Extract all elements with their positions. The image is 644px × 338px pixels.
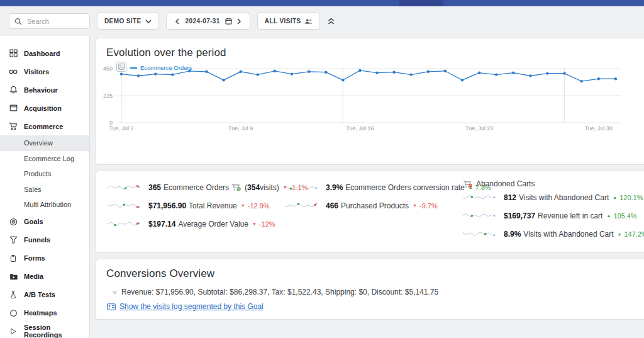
sidebar-item-behaviour[interactable]: Behaviour [0, 81, 89, 99]
sidebar-item-label: Dashboard [24, 50, 60, 57]
metrics-column: 3.9%Ecommerce Orders conversion rate▲7.8… [284, 179, 462, 252]
site-selector-button[interactable]: DEMO SITE [97, 13, 159, 30]
sidebar-item-label: Sales [24, 186, 42, 193]
metric-label: Ecommerce Orders conversion rate [345, 183, 464, 192]
sparkline [106, 220, 143, 228]
sidebar-item-label: Ecommerce Log [24, 155, 74, 162]
svg-text:Tue, Jul 9: Tue, Jul 9 [228, 125, 253, 132]
svg-text:Tue, Jul 2: Tue, Jul 2 [109, 125, 133, 132]
chart-legend[interactable]: Ecommerce Orders [130, 64, 192, 71]
sidebar-item-label: Behaviour [24, 86, 58, 94]
top-navbar [0, 0, 644, 6]
sidebar-item-ecommerce[interactable]: Ecommerce [0, 117, 89, 135]
people-icon [304, 18, 313, 25]
sidebar-item-label: Session Recordings [24, 324, 89, 338]
evolution-card: Evolution over the period Ecommerce Orde… [96, 38, 644, 165]
sidebar-item-label: Products [24, 170, 51, 177]
next-date-button[interactable] [236, 18, 243, 25]
acquisition-icon [9, 104, 18, 113]
sidebar-item-dashboard[interactable]: Dashboard [0, 44, 89, 62]
sidebar-item-heatmaps[interactable]: Heatmaps [0, 304, 89, 322]
metric-label: Visits with Abandoned Cart [523, 230, 613, 239]
svg-text:225: 225 [103, 93, 113, 99]
sidebar-item-sales[interactable]: Sales [0, 182, 89, 198]
segment-selector-button[interactable]: ALL VISITS [257, 13, 321, 30]
sidebar-nav: DashboardVisitorsBehaviourAcquisitionEco… [0, 44, 89, 338]
metric-label: Visits with Abandoned Cart [519, 193, 609, 202]
metric-delta: 105.4% [613, 212, 636, 220]
sidebar-item-goals[interactable]: Goals [0, 213, 89, 231]
segment-label: ALL VISITS [265, 18, 301, 25]
sidebar-item-label: Multi Attribution [24, 201, 71, 208]
metrics-column: 365Ecommerce Orders(354 visits)▼-1.1%$71… [106, 179, 284, 252]
previous-date-button[interactable] [174, 18, 180, 25]
metric-label: Total Revenue [189, 201, 237, 210]
site-selector-label: DEMO SITE [104, 18, 142, 25]
export-image-icon[interactable] [116, 62, 126, 72]
bullet-icon [113, 291, 116, 294]
sidebar-item-a-b-tests[interactable]: A/B Tests [0, 286, 89, 304]
search-input[interactable] [26, 17, 84, 26]
sidebar-item-media[interactable]: Media [0, 268, 89, 286]
sidebar-item-forms[interactable]: Forms [0, 249, 89, 268]
legend-series-dash [130, 67, 137, 69]
sidebar-item-session-recordings[interactable]: Session Recordings [0, 322, 89, 338]
cart-abandoned-icon [463, 180, 472, 188]
visits-log-link[interactable]: Show the visits log segmented by this Go… [119, 302, 264, 311]
sidebar-item-label: A/B Tests [24, 291, 55, 298]
metric-delta: -9.7% [419, 202, 438, 210]
calendar-icon [225, 18, 232, 25]
sparkline [106, 183, 143, 191]
sidebar-item-label: Acquisition [24, 104, 62, 112]
sidebar-item-label: Media [24, 273, 43, 280]
sidebar-item-multi-attribution[interactable]: Multi Attribution [0, 197, 89, 213]
sidebar-item-funnels[interactable]: Funnels [0, 231, 89, 249]
date-picker[interactable]: 2024-07-31 [166, 13, 250, 30]
conversions-title: Conversions Overview [106, 268, 644, 280]
metric-value: $197.14 [148, 220, 175, 228]
sidebar-item-label: Forms [24, 254, 45, 262]
conversions-summary: Revenue: $71,956.90, Subtotal: $86,298.3… [121, 288, 438, 296]
trend-up-icon: ▲ [606, 213, 611, 218]
sidebar: DashboardVisitorsBehaviourAcquisitionEco… [0, 36, 90, 338]
cart-orders-icon [231, 183, 241, 191]
metric-label: Purchased Products [341, 201, 409, 210]
metric-delta: 120.1% [619, 194, 643, 201]
metric-delta: -12.9% [248, 202, 270, 210]
sidebar-item-products[interactable]: Products [0, 166, 89, 182]
metric-row: 8.9%Visits with Abandoned Cart▲147.2% [462, 230, 644, 238]
chevron-right-icon [237, 18, 242, 25]
navbar-active-item[interactable] [399, 0, 443, 6]
metric-value: 3.9% [326, 183, 343, 192]
sidebar-item-visitors[interactable]: Visitors [0, 62, 89, 81]
metric-label: Average Order Value [178, 220, 248, 228]
svg-text:Tue, Jul 16: Tue, Jul 16 [346, 125, 374, 132]
evolution-title: Evolution over the period [106, 47, 644, 59]
sidebar-item-acquisition[interactable]: Acquisition [0, 99, 89, 117]
visitors-icon [9, 67, 18, 76]
search-box[interactable] [9, 13, 90, 29]
ecommerce-icon [9, 122, 18, 131]
sidebar-item-ecommerce-log[interactable]: Ecommerce Log [0, 151, 89, 167]
sparkline [106, 201, 143, 210]
search-icon [14, 18, 22, 25]
visits-log-link-row: Show the visits log segmented by this Go… [107, 302, 644, 311]
behaviour-icon [9, 86, 18, 94]
goals-icon [9, 217, 18, 226]
sidebar-item-overview[interactable]: Overview [0, 135, 89, 151]
conversions-summary-row: Revenue: $71,956.90, Subtotal: $86,298.3… [113, 288, 644, 296]
metric-row: 3.9%Ecommerce Orders conversion rate▲7.8… [284, 183, 462, 191]
trend-down-icon: ▼ [413, 203, 417, 208]
trend-down-icon: ▼ [241, 203, 245, 208]
abandoned-carts-header: Abandoned Carts [463, 179, 644, 188]
abandoned-carts-label: Abandoned Carts [476, 179, 535, 188]
collapse-all-icon[interactable] [328, 18, 335, 25]
metric-value: 365 [148, 183, 161, 192]
date-label: 2024-07-31 [186, 18, 220, 25]
sparkline [462, 230, 498, 238]
svg-text:450: 450 [103, 65, 113, 72]
funnels-icon [9, 235, 18, 244]
ab-tests-icon [9, 290, 18, 299]
main-content: Evolution over the period Ecommerce Orde… [90, 36, 644, 338]
svg-text:Tue, Jul 23: Tue, Jul 23 [465, 125, 493, 132]
